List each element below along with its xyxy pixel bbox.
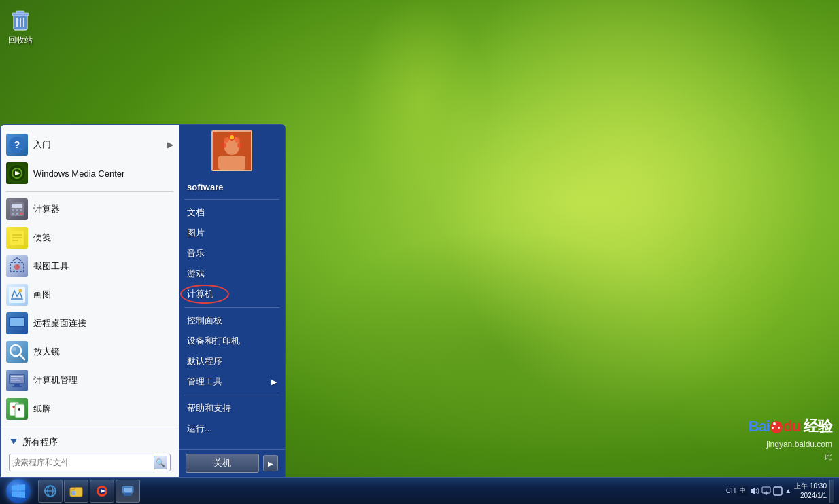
- start-menu-item-notepad[interactable]: 便笺: [1, 223, 179, 252]
- svg-point-51: [235, 137, 240, 143]
- taskbar-date: 2024/1/1: [794, 491, 827, 501]
- svg-point-26: [19, 289, 22, 293]
- right-separator-2: [184, 307, 279, 308]
- svg-point-52: [221, 143, 226, 148]
- runjin-icon: ?: [6, 134, 28, 156]
- start-menu-right: software 文档 图片 音乐 游戏: [179, 125, 285, 477]
- right-menu-item-defaults[interactable]: 默认程序: [179, 351, 285, 372]
- start-menu-item-calc[interactable]: 计算器: [1, 195, 179, 223]
- right-menu-item-docs[interactable]: 文档: [179, 202, 285, 223]
- svg-point-50: [224, 137, 229, 143]
- svg-rect-17: [16, 213, 18, 215]
- start-menu-item-wmc[interactable]: Windows Media Center: [1, 159, 179, 187]
- defaults-label: 默认程序: [187, 355, 222, 367]
- search-input[interactable]: [12, 458, 154, 467]
- baidu-note: 此: [749, 451, 832, 463]
- magnify-label: 放大镜: [33, 346, 173, 358]
- svg-point-33: [12, 347, 16, 351]
- svg-point-53: [237, 143, 243, 148]
- snip-icon: [6, 255, 28, 277]
- start-menu-item-rdp[interactable]: 远程桌面连接: [1, 309, 179, 338]
- user-photo: [211, 130, 252, 171]
- run-label: 运行...: [187, 422, 212, 435]
- right-menu-item-games[interactable]: 游戏: [179, 264, 285, 284]
- action-center-icon[interactable]: [773, 486, 783, 496]
- recycle-bin-label: 回收站: [8, 35, 33, 46]
- ch-indicator[interactable]: 中: [738, 486, 748, 496]
- taskbar-right: CH 中 ▲: [726, 480, 838, 503]
- right-menu-item-pics[interactable]: 图片: [179, 223, 285, 243]
- solitaire-icon: ♥ ♠: [6, 398, 28, 420]
- compmgmt-label: 计算机管理: [33, 374, 173, 386]
- admin-arrow: ▶: [271, 378, 277, 386]
- taskbar-time: 上午 10:30: [794, 482, 827, 491]
- show-desktop-button[interactable]: [829, 480, 834, 503]
- solitaire-label: 纸牌: [33, 403, 173, 415]
- music-label: 音乐: [187, 247, 205, 259]
- media-player-icon: [95, 484, 109, 499]
- games-label: 游戏: [187, 268, 205, 280]
- right-menu-item-music[interactable]: 音乐: [179, 243, 285, 264]
- right-menu-item-run[interactable]: 运行...: [179, 418, 285, 439]
- right-menu-item-software[interactable]: software: [179, 178, 285, 196]
- all-programs-icon: [9, 437, 18, 447]
- right-separator-1: [184, 199, 279, 200]
- right-menu-item-devices[interactable]: 设备和打印机: [179, 331, 285, 351]
- help-label: 帮助和支持: [187, 402, 231, 414]
- right-menu-item-admin[interactable]: 管理工具 ▶: [179, 372, 285, 392]
- taskbar-ie[interactable]: [38, 480, 63, 503]
- start-menu-left: ? 入门 ▶ Windows Media Ce: [1, 125, 179, 477]
- desktop: 回收站 Bai du 经验 jingyan.baidu.com 此 ? 入门: [0, 0, 839, 504]
- wmc-icon: [6, 162, 28, 184]
- search-button[interactable]: 🔍: [154, 456, 167, 469]
- search-box: 🔍: [9, 454, 171, 471]
- right-menu-item-controlpanel[interactable]: 控制面板: [179, 310, 285, 331]
- runjin-arrow: ▶: [167, 140, 173, 149]
- taskbar-explorer[interactable]: [64, 480, 88, 503]
- all-programs-button[interactable]: 所有程序: [6, 433, 173, 451]
- volume-icon[interactable]: [750, 486, 759, 496]
- snip-label: 截图工具: [33, 260, 173, 272]
- taskbar-netconn[interactable]: [116, 480, 140, 503]
- start-menu-item-solitaire[interactable]: ♥ ♠ 纸牌: [1, 395, 179, 423]
- baidu-url: jingyan.baidu.com: [749, 438, 832, 451]
- svg-rect-16: [12, 213, 14, 215]
- right-separator-3: [184, 395, 279, 395]
- start-button[interactable]: [1, 478, 35, 504]
- start-menu-item-compmgmt[interactable]: 计算机管理: [1, 366, 179, 395]
- svg-rect-12: [12, 204, 22, 208]
- start-menu-item-paint[interactable]: 画图: [1, 281, 179, 309]
- rdp-icon: [6, 312, 28, 334]
- docs-label: 文档: [187, 206, 205, 219]
- show-tray-icons-button[interactable]: ▲: [785, 487, 791, 494]
- svg-line-32: [20, 355, 24, 359]
- svg-rect-14: [16, 209, 18, 211]
- right-menu-item-help[interactable]: 帮助和支持: [179, 398, 285, 418]
- start-menu-item-snip[interactable]: 截图工具: [1, 252, 179, 281]
- shutdown-button[interactable]: 关机: [186, 454, 259, 473]
- rdp-label: 远程桌面连接: [33, 317, 173, 329]
- taskbar-clock[interactable]: 上午 10:30 2024/1/1: [794, 482, 827, 501]
- svg-rect-64: [124, 488, 132, 492]
- compmgmt-icon: [6, 370, 28, 391]
- ie-icon: [43, 484, 58, 499]
- start-menu-item-magnify[interactable]: 放大镜: [1, 338, 179, 366]
- svg-marker-67: [751, 488, 755, 494]
- software-label: software: [187, 182, 223, 192]
- right-menu-item-computer[interactable]: 计算机: [179, 284, 285, 304]
- svg-rect-40: [11, 380, 20, 381]
- svg-rect-71: [774, 487, 782, 495]
- calc-label: 计算器: [33, 203, 173, 215]
- shutdown-arrow-button[interactable]: ▶: [263, 455, 278, 471]
- recycle-bin-icon[interactable]: 回收站: [7, 5, 34, 46]
- start-menu-item-runjin[interactable]: ? 入门 ▶: [1, 130, 179, 159]
- taskbar-items: [35, 480, 726, 503]
- controlpanel-label: 控制面板: [187, 314, 222, 327]
- lang-indicator[interactable]: CH: [726, 487, 736, 494]
- taskbar-media[interactable]: [90, 480, 114, 503]
- right-menu-items: software 文档 图片 音乐 游戏: [179, 174, 285, 443]
- network-icon[interactable]: [761, 486, 771, 496]
- svg-point-54: [230, 135, 234, 139]
- notepad-icon: [6, 227, 28, 249]
- svg-rect-39: [11, 378, 18, 379]
